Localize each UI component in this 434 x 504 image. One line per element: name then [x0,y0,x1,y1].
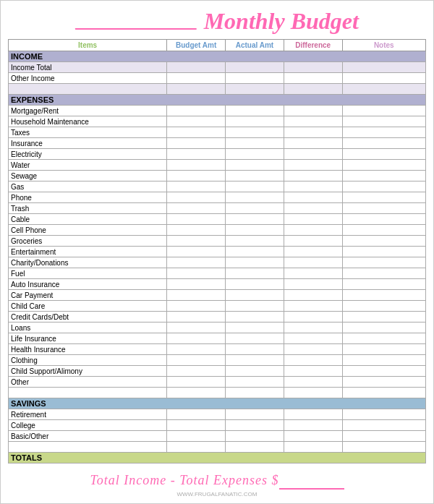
row-cell[interactable] [342,257,425,268]
row-cell[interactable] [342,268,425,279]
row-cell[interactable] [226,149,284,160]
row-cell[interactable] [226,192,284,203]
row-cell[interactable] [167,323,226,333]
row-cell[interactable] [342,73,425,84]
row-cell[interactable] [342,388,425,398]
row-cell[interactable] [226,301,284,312]
row-cell[interactable] [342,160,425,171]
row-cell[interactable] [226,366,284,377]
row-cell[interactable] [167,106,226,116]
row-cell[interactable] [167,431,226,442]
row-cell[interactable] [342,420,425,431]
row-cell[interactable] [342,409,425,420]
row-cell[interactable] [284,247,342,257]
row-cell[interactable] [284,420,342,431]
row-cell[interactable] [167,236,226,247]
row-cell[interactable] [342,431,425,442]
row-cell[interactable] [226,181,284,192]
row-cell[interactable] [167,409,226,420]
row-cell[interactable] [342,344,425,355]
row-cell[interactable] [226,247,284,257]
row-cell[interactable] [284,62,342,73]
row-cell[interactable] [226,106,284,116]
row-cell[interactable] [284,279,342,290]
row-cell[interactable] [226,127,284,138]
row-cell[interactable] [226,138,284,149]
row-cell[interactable] [342,149,425,160]
row-cell[interactable] [226,355,284,366]
row-cell[interactable] [167,214,226,225]
row-cell[interactable] [284,171,342,181]
row-cell[interactable] [342,106,425,116]
row-cell[interactable] [167,247,226,257]
row-cell[interactable] [342,116,425,127]
row-cell[interactable] [226,214,284,225]
row-cell[interactable] [167,116,226,127]
row-cell[interactable] [284,73,342,84]
row-cell[interactable] [226,257,284,268]
row-cell[interactable] [226,268,284,279]
row-cell[interactable] [167,366,226,377]
row-cell[interactable] [284,84,342,95]
row-cell[interactable] [284,366,342,377]
row-cell[interactable] [167,290,226,301]
row-cell[interactable] [167,62,226,73]
row-cell[interactable] [167,442,226,453]
row-cell[interactable] [167,301,226,312]
row-cell[interactable] [342,192,425,203]
row-cell[interactable] [226,160,284,171]
row-cell[interactable] [284,203,342,214]
row-cell[interactable] [284,149,342,160]
row-cell[interactable] [342,127,425,138]
row-cell[interactable] [342,171,425,181]
row-cell[interactable] [284,257,342,268]
row-cell[interactable] [342,181,425,192]
row-cell[interactable] [284,192,342,203]
row-cell[interactable] [226,116,284,127]
row-cell[interactable] [226,431,284,442]
row-cell[interactable] [342,138,425,149]
row-cell[interactable] [342,366,425,377]
row-cell[interactable] [226,225,284,236]
row-cell[interactable] [226,420,284,431]
row-cell[interactable] [342,355,425,366]
row-cell[interactable] [226,84,284,95]
row-cell[interactable] [342,225,425,236]
row-cell[interactable] [167,149,226,160]
row-cell[interactable] [342,290,425,301]
row-cell[interactable] [284,236,342,247]
row-cell[interactable] [284,138,342,149]
row-cell[interactable] [284,355,342,366]
row-cell[interactable] [167,225,226,236]
row-cell[interactable] [226,171,284,181]
row-cell[interactable] [284,160,342,171]
row-cell[interactable] [284,312,342,323]
row-cell[interactable] [342,333,425,344]
row-cell[interactable] [284,106,342,116]
row-cell[interactable] [284,333,342,344]
row-cell[interactable] [284,344,342,355]
row-cell[interactable] [167,388,226,398]
row-cell[interactable] [226,236,284,247]
row-cell[interactable] [167,160,226,171]
row-cell[interactable] [226,377,284,388]
row-cell[interactable] [167,203,226,214]
row-cell[interactable] [284,409,342,420]
row-cell[interactable] [342,62,425,73]
row-cell[interactable] [167,355,226,366]
row-cell[interactable] [342,323,425,333]
row-cell[interactable] [226,73,284,84]
row-cell[interactable] [167,84,226,95]
row-cell[interactable] [342,236,425,247]
row-cell[interactable] [167,192,226,203]
row-cell[interactable] [167,127,226,138]
row-cell[interactable] [226,62,284,73]
row-cell[interactable] [284,127,342,138]
row-cell[interactable] [167,333,226,344]
row-cell[interactable] [226,323,284,333]
row-cell[interactable] [167,279,226,290]
row-cell[interactable] [167,420,226,431]
row-cell[interactable] [342,214,425,225]
row-cell[interactable] [342,442,425,453]
row-cell[interactable] [342,203,425,214]
